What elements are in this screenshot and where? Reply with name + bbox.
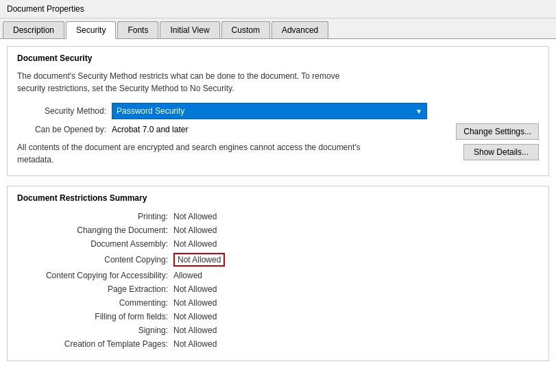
restriction-label: Content Copying for Accessibility: <box>17 271 168 280</box>
restriction-value: Allowed <box>173 271 202 280</box>
opened-by-value: Acrobat 7.0 and later <box>112 125 449 134</box>
security-method-dropdown[interactable]: Password Security ▼ <box>112 103 427 119</box>
restriction-value: Not Allowed <box>173 312 217 321</box>
title-bar: Document Properties <box>0 0 556 19</box>
security-method-label: Security Method: <box>17 106 106 116</box>
restriction-label: Creation of Template Pages: <box>17 339 168 349</box>
restriction-value: Not Allowed <box>173 298 217 308</box>
restriction-row: Content Copying for Accessibility:Allowe… <box>17 269 539 282</box>
restriction-value: Not Allowed <box>173 326 217 335</box>
restriction-label: Commenting: <box>17 298 168 308</box>
security-method-wrapper: Password Security ▼ <box>112 103 449 119</box>
restriction-row: Changing the Document:Not Allowed <box>17 223 539 237</box>
document-security-section: Document Security The document's Securit… <box>7 46 549 176</box>
restriction-value: Not Allowed <box>173 225 217 235</box>
dropdown-arrow-icon: ▼ <box>415 108 422 115</box>
restriction-row: Printing:Not Allowed <box>17 210 539 223</box>
info-text: The document's Security Method restricts… <box>17 70 539 95</box>
restriction-value: Not Allowed <box>173 253 225 267</box>
content-area: Document Security The document's Securit… <box>0 39 556 392</box>
restriction-label: Page Extraction: <box>17 284 168 294</box>
highlighted-value: Not Allowed <box>173 253 225 267</box>
security-method-value: Password Security <box>117 106 184 116</box>
restriction-label: Signing: <box>17 326 168 335</box>
tab-description[interactable]: Description <box>3 21 64 38</box>
document-security-title: Document Security <box>17 53 539 63</box>
restrictions-table: Printing:Not AllowedChanging the Documen… <box>17 210 539 351</box>
restrictions-title: Document Restrictions Summary <box>17 193 539 203</box>
opened-by-row: Can be Opened by: Acrobat 7.0 and later <box>17 125 449 134</box>
opened-by-label: Can be Opened by: <box>17 125 106 134</box>
tab-bar: Description Security Fonts Initial View … <box>0 19 556 39</box>
restrictions-section: Document Restrictions Summary Printing:N… <box>7 186 549 361</box>
restriction-value: Not Allowed <box>173 284 217 294</box>
change-settings-button[interactable]: Change Settings... <box>456 123 539 140</box>
restriction-label: Filling of form fields: <box>17 312 168 321</box>
restriction-value: Not Allowed <box>173 212 217 221</box>
restriction-row: Creation of Template Pages:Not Allowed <box>17 337 539 351</box>
restriction-label: Printing: <box>17 212 168 221</box>
restriction-label: Content Copying: <box>17 255 168 265</box>
restriction-label: Changing the Document: <box>17 225 168 235</box>
tab-custom[interactable]: Custom <box>221 21 270 38</box>
tab-security[interactable]: Security <box>66 21 116 39</box>
restriction-label: Document Assembly: <box>17 239 168 249</box>
window-title: Document Properties <box>7 4 84 14</box>
restriction-row: Signing:Not Allowed <box>17 323 539 337</box>
encrypted-text: All contents of the document are encrypt… <box>17 141 449 166</box>
show-details-button[interactable]: Show Details... <box>463 144 539 160</box>
restriction-value: Not Allowed <box>173 239 217 249</box>
restriction-row: Document Assembly:Not Allowed <box>17 237 539 251</box>
restriction-row: Content Copying:Not Allowed <box>17 251 539 269</box>
security-method-row: Security Method: Password Security ▼ <box>17 103 449 119</box>
info-line2: security restrictions, set the Security … <box>17 84 234 93</box>
tab-advanced[interactable]: Advanced <box>271 21 328 38</box>
restriction-value: Not Allowed <box>173 339 217 349</box>
tab-fonts[interactable]: Fonts <box>117 21 158 38</box>
restriction-row: Page Extraction:Not Allowed <box>17 282 539 296</box>
tab-initial-view[interactable]: Initial View <box>160 21 219 38</box>
restriction-row: Filling of form fields:Not Allowed <box>17 310 539 323</box>
restriction-row: Commenting:Not Allowed <box>17 296 539 310</box>
info-line1: The document's Security Method restricts… <box>17 71 339 81</box>
